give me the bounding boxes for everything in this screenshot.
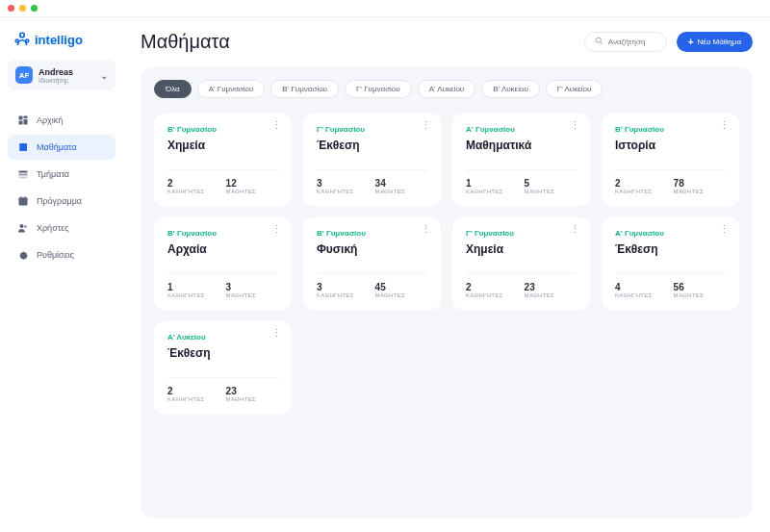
card-grade: Α' Γυμνασίου <box>466 125 577 134</box>
card-menu-icon[interactable]: ⋮ <box>271 227 282 231</box>
nav-item-gear[interactable]: Ρυθμίσεις <box>8 242 116 267</box>
new-course-label: Νέο Μάθημα <box>698 38 741 46</box>
nav-label: Πρόγραμμα <box>37 196 82 206</box>
close-dot[interactable] <box>8 5 14 12</box>
teachers-label: ΚΑΘΗΓΗΤΕΣ <box>615 189 653 194</box>
students-count: 34 <box>375 178 405 189</box>
course-card[interactable]: ⋮Γ' ΓυμνασίουΧημεία2ΚΑΘΗΓΗΤΕΣ23ΜΑΘΗΤΕΣ <box>452 217 590 310</box>
logo-text: intelligo <box>35 33 83 47</box>
students-label: ΜΑΘΗΤΕΣ <box>674 292 704 298</box>
card-menu-icon[interactable]: ⋮ <box>421 227 431 231</box>
teachers-label: ΚΑΘΗΓΗΤΕΣ <box>317 292 354 298</box>
nav-item-calendar[interactable]: Πρόγραμμα <box>8 189 116 214</box>
card-grade: Β' Γυμνασίου <box>167 125 278 134</box>
svg-rect-11 <box>19 198 28 201</box>
search-input[interactable] <box>608 38 656 46</box>
filter-pill[interactable]: Α' Γυμνασίου <box>197 80 266 98</box>
filter-pill[interactable]: Γ' Λυκείου <box>546 80 603 98</box>
card-stats: 3ΚΑΘΗΓΗΤΕΣ34ΜΑΘΗΤΕΣ <box>317 169 427 194</box>
minimize-dot[interactable] <box>19 5 26 12</box>
course-grid: ⋮Β' ΓυμνασίουΧημεία2ΚΑΘΗΓΗΤΕΣ12ΜΑΘΗΤΕΣ⋮Γ… <box>154 114 739 414</box>
card-title: Έκθεση <box>317 139 427 152</box>
maximize-dot[interactable] <box>31 5 38 12</box>
course-card[interactable]: ⋮Α' ΛυκείουΈκθεση2ΚΑΘΗΓΗΤΕΣ23ΜΑΘΗΤΕΣ <box>154 321 292 414</box>
nav-item-users[interactable]: Χρήστες <box>8 215 116 241</box>
course-card[interactable]: ⋮Γ' ΓυμνασίουΈκθεση3ΚΑΘΗΓΗΤΕΣ34ΜΑΘΗΤΕΣ <box>303 114 441 206</box>
teachers-label: ΚΑΘΗΓΗΤΕΣ <box>167 292 205 298</box>
card-title: Χημεία <box>167 139 278 152</box>
students-label: ΜΑΘΗΤΕΣ <box>525 292 554 298</box>
users-icon <box>17 222 29 234</box>
students-count: 56 <box>674 282 704 292</box>
search-box[interactable] <box>584 32 667 52</box>
main: Μαθήματα + Νέο Μάθημα ΌλαΑ' ΓυμνασίουΒ' … <box>123 17 770 532</box>
card-stats: 2ΚΑΘΗΓΗΤΕΣ23ΜΑΘΗΤΕΣ <box>466 273 577 298</box>
students-count: 12 <box>226 178 256 189</box>
card-grade: Α' Λυκείου <box>167 333 278 342</box>
user-card[interactable]: AF Andreas Ιδιοκτήτης ⌄ <box>8 60 116 90</box>
course-card[interactable]: ⋮Β' ΓυμνασίουΧημεία2ΚΑΘΗΓΗΤΕΣ12ΜΑΘΗΤΕΣ <box>154 114 292 206</box>
filter-pill[interactable]: Όλα <box>154 80 192 98</box>
card-stats: 1ΚΑΘΗΓΗΤΕΣ5ΜΑΘΗΤΕΣ <box>466 169 577 194</box>
svg-rect-5 <box>24 119 28 125</box>
course-card[interactable]: ⋮Α' ΓυμνασίουΈκθεση4ΚΑΘΗΓΗΤΕΣ56ΜΑΘΗΤΕΣ <box>602 217 739 310</box>
course-card[interactable]: ⋮Β' ΓυμνασίουΑρχαία1ΚΑΘΗΓΗΤΕΣ3ΜΑΘΗΤΕΣ <box>154 217 292 310</box>
card-stats: 2ΚΑΘΗΓΗΤΕΣ23ΜΑΘΗΤΕΣ <box>167 377 278 402</box>
logo[interactable]: intelligo <box>8 27 116 60</box>
students-label: ΜΑΘΗΤΕΣ <box>226 396 256 402</box>
card-title: Ιστορία <box>615 139 726 152</box>
window-chrome <box>0 0 770 17</box>
card-title: Μαθηματικά <box>466 139 577 152</box>
students-label: ΜΑΘΗΤΕΣ <box>375 189 405 194</box>
card-menu-icon[interactable]: ⋮ <box>719 227 730 231</box>
filter-pill[interactable]: Α' Λυκείου <box>418 80 476 98</box>
filter-pill[interactable]: Γ' Γυμνασίου <box>345 80 412 98</box>
card-title: Έκθεση <box>167 346 278 360</box>
students-count: 23 <box>525 282 554 292</box>
card-grade: Γ' Γυμνασίου <box>466 229 577 238</box>
card-grade: Α' Γυμνασίου <box>615 229 726 238</box>
nav-item-dashboard[interactable]: Αρχική <box>8 108 116 133</box>
card-menu-icon[interactable]: ⋮ <box>271 123 282 127</box>
card-title: Φυσική <box>317 242 427 256</box>
card-stats: 3ΚΑΘΗΓΗΤΕΣ45ΜΑΘΗΤΕΣ <box>317 273 427 298</box>
course-card[interactable]: ⋮Β' ΓυμνασίουΦυσική3ΚΑΘΗΓΗΤΕΣ45ΜΑΘΗΤΕΣ <box>303 217 441 310</box>
user-name: Andreas <box>38 67 94 77</box>
svg-rect-8 <box>19 174 28 176</box>
nav-label: Μαθήματα <box>37 142 77 152</box>
svg-rect-13 <box>25 196 26 198</box>
nav-label: Χρήστες <box>37 223 69 233</box>
chevron-down-icon: ⌄ <box>100 70 108 81</box>
svg-point-1 <box>15 39 18 42</box>
teachers-label: ΚΑΘΗΓΗΤΕΣ <box>466 292 503 298</box>
filter-pill[interactable]: Β' Γυμνασίου <box>270 80 339 98</box>
card-grade: Β' Γυμνασίου <box>615 125 726 134</box>
card-menu-icon[interactable]: ⋮ <box>421 123 431 127</box>
teachers-count: 2 <box>167 386 205 396</box>
course-card[interactable]: ⋮Β' ΓυμνασίουΙστορία2ΚΑΘΗΓΗΤΕΣ78ΜΑΘΗΤΕΣ <box>602 114 739 206</box>
svg-rect-12 <box>21 196 22 198</box>
course-card[interactable]: ⋮Α' ΓυμνασίουΜαθηματικά1ΚΑΘΗΓΗΤΕΣ5ΜΑΘΗΤΕ… <box>452 114 590 206</box>
card-menu-icon[interactable]: ⋮ <box>719 123 730 127</box>
card-title: Αρχαία <box>167 242 278 256</box>
students-label: ΜΑΘΗΤΕΣ <box>525 189 554 194</box>
nav-item-layers[interactable]: Τμήματα <box>8 162 116 187</box>
filter-pill[interactable]: Β' Λυκείου <box>481 80 540 98</box>
nav-label: Ρυθμίσεις <box>37 250 74 260</box>
teachers-label: ΚΑΘΗΓΗΤΕΣ <box>615 292 653 298</box>
content-area: ΌλαΑ' ΓυμνασίουΒ' ΓυμνασίουΓ' ΓυμνασίουΑ… <box>141 66 753 519</box>
students-label: ΜΑΘΗΤΕΣ <box>226 292 256 298</box>
svg-rect-3 <box>19 116 23 120</box>
svg-rect-7 <box>19 171 28 173</box>
students-label: ΜΑΘΗΤΕΣ <box>674 189 704 194</box>
svg-rect-4 <box>24 116 28 119</box>
card-stats: 4ΚΑΘΗΓΗΤΕΣ56ΜΑΘΗΤΕΣ <box>615 273 726 298</box>
dashboard-icon <box>17 114 29 126</box>
nav-item-book[interactable]: Μαθήματα <box>8 135 116 160</box>
card-menu-icon[interactable]: ⋮ <box>271 331 282 335</box>
svg-rect-9 <box>19 177 28 179</box>
new-course-button[interactable]: + Νέο Μάθημα <box>677 32 753 52</box>
card-stats: 2ΚΑΘΗΓΗΤΕΣ12ΜΑΘΗΤΕΣ <box>167 169 278 194</box>
card-menu-icon[interactable]: ⋮ <box>570 123 580 127</box>
card-menu-icon[interactable]: ⋮ <box>570 227 580 231</box>
